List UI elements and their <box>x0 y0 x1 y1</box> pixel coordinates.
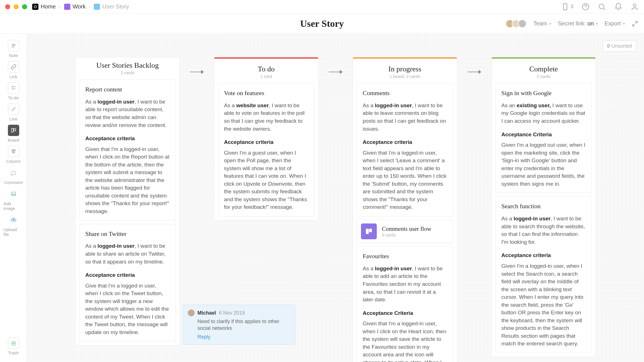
column-todo[interactable]: To do 1 card Vote on features As a websi… <box>214 57 319 221</box>
bell-icon[interactable] <box>614 3 623 11</box>
breadcrumb-current[interactable]: User Story <box>94 3 129 10</box>
card-comments[interactable]: Comments As a logged-in user, I want to … <box>357 83 453 216</box>
comment-reply-link[interactable]: Reply <box>197 334 290 340</box>
chevron-down-icon: ▾ <box>549 22 551 26</box>
card-search-function[interactable]: Search function As a logged-in user, I w… <box>495 196 592 353</box>
column-title: To do <box>218 65 314 73</box>
window-controls <box>5 4 27 9</box>
tool-note-label: Note <box>9 53 18 58</box>
acceptance-criteria-heading: Acceptance criteria <box>85 135 170 142</box>
tool-upload-file[interactable]: Upload file <box>4 213 23 238</box>
unsorted-badge[interactable]: 0 Unsorted <box>603 41 636 52</box>
card-vote-features[interactable]: Vote on features As a website user, I wa… <box>218 83 314 216</box>
breadcrumb: Home › Work › User Story <box>32 3 129 10</box>
column-subtitle: 1 board, 2 cards <box>357 74 453 79</box>
card-body: As a logged-in user, I want to be able t… <box>363 265 447 304</box>
header-actions: 3 <box>561 3 639 11</box>
svg-point-4 <box>633 4 636 7</box>
acceptance-criteria-heading: Acceptance Criteria <box>363 309 447 317</box>
search-icon[interactable] <box>598 3 606 11</box>
card-body: As a logged-in user, I want to be able t… <box>363 102 447 133</box>
flow-card-subtitle: 0 cards <box>382 232 431 237</box>
note-icon <box>8 40 19 51</box>
close-window-icon[interactable] <box>5 4 10 9</box>
acceptance-criteria-body: Given I'm a guest user, when I open the … <box>224 149 308 211</box>
breadcrumb-work[interactable]: Work <box>64 3 86 10</box>
column-header: User Stories Backlog 2 cards <box>79 61 176 76</box>
board-icon <box>361 223 377 239</box>
svg-rect-5 <box>11 129 13 132</box>
secret-link-dropdown[interactable]: Secret link: on▾ <box>558 20 598 27</box>
tool-column-label: Column <box>6 159 21 164</box>
acceptance-criteria-body: Given I'm a logged out user, when I open… <box>501 141 586 188</box>
card-report-content[interactable]: Report content As a logged-in user, I wa… <box>79 80 176 221</box>
flow-card-title: Comments user flow <box>382 225 431 232</box>
device-count[interactable]: 3 <box>561 3 573 11</box>
arrow-icon <box>190 68 204 77</box>
left-toolbar: Note Link To-do Line Board Column Commen… <box>0 34 27 362</box>
tool-column[interactable]: Column <box>4 145 23 165</box>
svg-point-3 <box>599 4 604 9</box>
column-title: In progress <box>357 65 453 73</box>
comment-body: Need to clarify if this applies to other… <box>197 318 290 332</box>
column-accent <box>214 57 318 59</box>
team-label: Team <box>533 20 547 27</box>
card-body: As a website user, I want to be able to … <box>224 102 308 133</box>
link-icon <box>8 61 19 73</box>
comment-date: 6 Nov 2019 <box>219 310 245 316</box>
comment-author: Michael <box>197 310 216 316</box>
board-icon <box>8 125 19 136</box>
acceptance-criteria-heading: Acceptance criteria <box>501 251 586 259</box>
tool-add-image[interactable]: Add image <box>4 187 23 212</box>
column-in-progress[interactable]: In progress 1 board, 2 cards Comments As… <box>353 57 457 362</box>
column-backlog[interactable]: User Stories Backlog 2 cards Report cont… <box>75 57 180 346</box>
card-share-twitter[interactable]: Share on Twitter As a logged-in user, I … <box>79 224 176 342</box>
column-subtitle: 2 cards <box>495 74 592 79</box>
card-body: As a logged-in user, I want to be able t… <box>501 215 586 246</box>
tool-todo[interactable]: To-do <box>4 81 23 101</box>
card-comments-user-flow[interactable]: Comments user flow 0 cards <box>357 220 453 243</box>
chevron-down-icon: ▾ <box>596 22 598 26</box>
help-icon[interactable] <box>581 3 590 11</box>
acceptance-criteria-body: Give that I'm a logged in user, when I c… <box>85 282 170 336</box>
tool-trash[interactable]: Trash <box>4 336 23 356</box>
column-subtitle: 1 card <box>218 74 314 79</box>
column-icon <box>8 146 19 157</box>
comment-popup[interactable]: Michael 6 Nov 2019 Need to clarify if th… <box>182 305 295 345</box>
todo-icon <box>8 82 19 94</box>
tool-link[interactable]: Link <box>4 60 23 80</box>
card-favourites[interactable]: Favourites As a logged-in user, I want t… <box>357 246 453 362</box>
acceptance-criteria-body: Given I'm a logged-in user, when I selec… <box>501 262 586 348</box>
card-title: Vote on features <box>224 89 308 98</box>
maximize-window-icon[interactable] <box>22 4 27 9</box>
card-title: Comments <box>363 89 447 98</box>
column-title: Complete <box>495 65 592 73</box>
column-accent <box>353 57 457 59</box>
svg-rect-12 <box>366 229 369 234</box>
canvas[interactable]: 0 Unsorted User Stories Backlog 2 cards … <box>27 34 644 362</box>
kanban-columns: User Stories Backlog 2 cards Report cont… <box>75 57 596 362</box>
column-complete[interactable]: Complete 2 cards Sign in with Google As … <box>491 57 596 357</box>
card-body: As a logged-in user, I want to be able t… <box>85 98 170 129</box>
tool-board-label: Board <box>8 138 19 142</box>
acceptance-criteria-body: Given that I'm a logged-in user, when I … <box>363 149 447 211</box>
breadcrumb-home[interactable]: Home <box>32 3 56 10</box>
collaborator-avatars[interactable] <box>508 19 526 28</box>
secret-link-state: on <box>588 20 594 27</box>
minimize-window-icon[interactable] <box>14 4 19 9</box>
team-dropdown[interactable]: Team▾ <box>533 20 551 27</box>
title-actions: Team▾ Secret link: on▾ Export▾ <box>508 19 638 28</box>
export-label: Export <box>604 20 621 27</box>
arrow-icon <box>467 68 482 77</box>
avatar <box>518 19 526 28</box>
export-dropdown[interactable]: Export▾ <box>604 20 625 27</box>
column-header: In progress 1 board, 2 cards <box>357 65 453 80</box>
tool-board[interactable]: Board <box>4 124 23 144</box>
breadcrumb-home-label: Home <box>41 3 56 10</box>
tool-line[interactable]: Line <box>4 102 23 122</box>
user-icon[interactable] <box>630 3 639 11</box>
expand-icon[interactable] <box>632 20 638 27</box>
tool-comment[interactable]: Comment <box>4 166 23 186</box>
card-sign-in-google[interactable]: Sign in with Google As an existing user,… <box>495 83 592 193</box>
tool-note[interactable]: Note <box>4 39 23 59</box>
